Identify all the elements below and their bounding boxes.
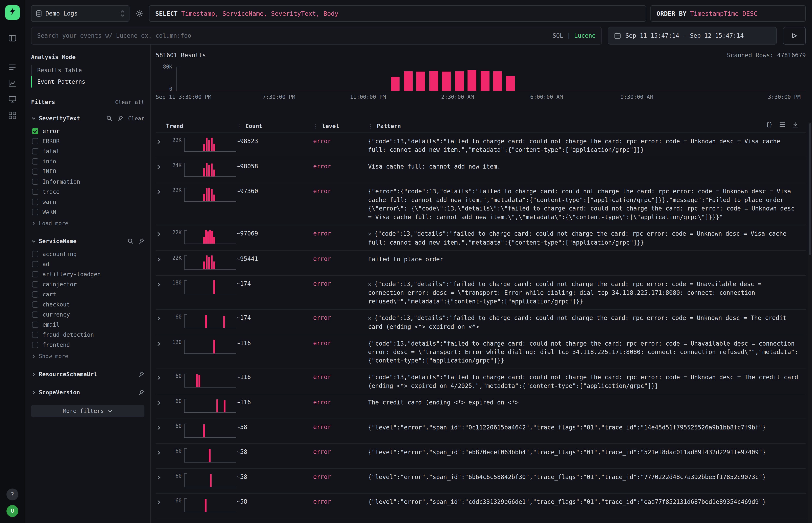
- filter-option-info[interactable]: info: [31, 157, 144, 166]
- column-header-pattern[interactable]: ⋮Pattern: [368, 123, 806, 129]
- filter-clear-link[interactable]: Clear: [128, 115, 144, 122]
- checkbox-unchecked[interactable]: [32, 209, 38, 215]
- pattern-text[interactable]: {"code":13,"details":"failed to charge c…: [368, 339, 806, 365]
- filter-option-checkout[interactable]: checkout: [31, 300, 144, 310]
- checkbox-unchecked[interactable]: [32, 179, 38, 185]
- column-header-count[interactable]: ⋮Count: [236, 123, 313, 129]
- column-resize-handle[interactable]: ⋮: [368, 123, 373, 129]
- time-range-picker[interactable]: Sep 11 15:47:14 - Sep 12 15:47:14: [608, 27, 777, 44]
- row-expand-chevron[interactable]: [156, 315, 166, 322]
- histogram-bar[interactable]: [455, 71, 464, 91]
- exclude-pattern-icon[interactable]: ✕: [368, 231, 371, 237]
- histogram-bar[interactable]: [416, 72, 425, 91]
- filter-option-fraud-detection[interactable]: fraud-detection: [31, 330, 144, 340]
- pattern-text[interactable]: {"level":"error","span_id":"eb870ecef063…: [368, 448, 806, 456]
- histogram-bar[interactable]: [429, 71, 438, 91]
- scrollbar-thumb[interactable]: [809, 123, 812, 255]
- source-select[interactable]: Demo Logs: [31, 5, 129, 22]
- checkbox-unchecked[interactable]: [32, 251, 38, 257]
- help-button[interactable]: ?: [6, 488, 18, 501]
- histogram-bar[interactable]: [506, 76, 515, 91]
- pattern-text[interactable]: {"level":"error","span_id":"0c11220615ba…: [368, 423, 806, 432]
- column-header-trend[interactable]: Trend: [166, 123, 236, 129]
- filter-option-currency[interactable]: currency: [31, 310, 144, 320]
- filter-option-cart[interactable]: cart: [31, 290, 144, 300]
- pattern-text[interactable]: ✕{"code":13,"details":"failed to charge …: [368, 230, 806, 247]
- row-expand-chevron[interactable]: [156, 400, 166, 406]
- histogram-bar[interactable]: [481, 71, 490, 91]
- mode-sql[interactable]: SQL: [553, 32, 563, 39]
- pin-icon[interactable]: [138, 238, 145, 245]
- pattern-text[interactable]: {"error":{"code":13,"details":"failed to…: [368, 187, 806, 221]
- code-braces-icon[interactable]: {}: [766, 121, 773, 128]
- monitor-icon[interactable]: [5, 92, 20, 107]
- pattern-text[interactable]: {"level":"error","span_id":"6b64c6c58842…: [368, 473, 806, 481]
- row-expand-chevron[interactable]: [156, 375, 166, 381]
- filter-group-header-severitytext[interactable]: SeverityTextClear: [31, 113, 144, 123]
- checkbox-unchecked[interactable]: [32, 168, 38, 175]
- checkbox-checked[interactable]: [32, 128, 38, 134]
- checkbox-unchecked[interactable]: [32, 271, 38, 277]
- histogram-bar[interactable]: [493, 71, 502, 91]
- source-settings-gear-icon[interactable]: [134, 10, 145, 17]
- checkbox-unchecked[interactable]: [32, 322, 38, 328]
- row-expand-chevron[interactable]: [156, 139, 166, 145]
- mode-lucene[interactable]: Lucene: [574, 32, 596, 39]
- filter-option-information[interactable]: Information: [31, 177, 144, 187]
- checkbox-unchecked[interactable]: [32, 189, 38, 195]
- pattern-text[interactable]: The credit card (ending <*> expired on <…: [368, 398, 806, 407]
- pattern-text[interactable]: Failed to place order: [368, 255, 806, 264]
- pattern-text[interactable]: {"code":13,"details":"failed to charge c…: [368, 373, 806, 390]
- histogram-bar[interactable]: [391, 77, 400, 91]
- column-resize-handle[interactable]: ⋮: [236, 123, 242, 129]
- filter-option-info[interactable]: INFO: [31, 166, 144, 177]
- analysis-mode-item-results-table[interactable]: Results Table: [31, 65, 144, 76]
- exclude-pattern-icon[interactable]: ✕: [368, 315, 371, 321]
- filter-option-cainjector[interactable]: cainjector: [31, 279, 144, 290]
- pin-icon[interactable]: [138, 389, 145, 396]
- row-expand-chevron[interactable]: [156, 474, 166, 481]
- row-expand-chevron[interactable]: [156, 164, 166, 170]
- row-expand-chevron[interactable]: [156, 450, 166, 456]
- row-expand-chevron[interactable]: [156, 282, 166, 288]
- column-header-level[interactable]: ⋮level: [313, 123, 368, 129]
- checkbox-unchecked[interactable]: [32, 199, 38, 205]
- column-resize-handle[interactable]: ⋮: [313, 123, 318, 129]
- histogram-bar[interactable]: [467, 70, 476, 91]
- checkbox-unchecked[interactable]: [32, 261, 38, 267]
- checkbox-unchecked[interactable]: [32, 291, 38, 297]
- filter-option-warn[interactable]: WARN: [31, 207, 144, 217]
- filter-option-warn[interactable]: warn: [31, 197, 144, 207]
- checkbox-unchecked[interactable]: [32, 158, 38, 164]
- pin-icon[interactable]: [117, 115, 123, 122]
- pattern-text[interactable]: {"level":"error","span_id":"cddc331329e6…: [368, 498, 806, 506]
- table-scrollbar[interactable]: [808, 122, 812, 523]
- checkbox-unchecked[interactable]: [32, 138, 38, 144]
- logs-icon[interactable]: [5, 60, 20, 75]
- checkbox-unchecked[interactable]: [32, 342, 38, 348]
- filter-option-fatal[interactable]: fatal: [31, 146, 144, 157]
- filter-option-accounting[interactable]: accounting: [31, 249, 144, 259]
- row-expand-chevron[interactable]: [156, 425, 166, 431]
- user-avatar[interactable]: U: [6, 505, 18, 517]
- more-filters-button[interactable]: More filters: [31, 405, 144, 417]
- filter-option-email[interactable]: email: [31, 320, 144, 330]
- exclude-pattern-icon[interactable]: ✕: [368, 281, 371, 287]
- order-by-input[interactable]: ORDER BY TimestampTime DESC: [650, 5, 806, 22]
- row-expand-chevron[interactable]: [156, 231, 166, 237]
- row-expand-chevron[interactable]: [156, 256, 166, 263]
- chart-explorer-icon[interactable]: [5, 76, 20, 91]
- filter-group-header-servicename[interactable]: ServiceName: [31, 236, 144, 246]
- pattern-text[interactable]: Visa cache full: cannot add new item.: [368, 162, 806, 171]
- dashboards-icon[interactable]: [5, 108, 20, 123]
- app-logo[interactable]: [5, 5, 20, 20]
- select-columns-input[interactable]: SELECT Timestamp, ServiceName, SeverityT…: [149, 5, 646, 22]
- checkbox-unchecked[interactable]: [32, 148, 38, 155]
- analysis-mode-item-event-patterns[interactable]: Event Patterns: [31, 76, 144, 87]
- filter-option-error[interactable]: ERROR: [31, 136, 144, 146]
- search-input[interactable]: Search your events w/ Lucene ex. column:…: [31, 27, 602, 44]
- pattern-text[interactable]: {"code":13,"details":"failed to charge c…: [368, 137, 806, 154]
- checkbox-unchecked[interactable]: [32, 281, 38, 288]
- filter-option-trace[interactable]: trace: [31, 187, 144, 197]
- run-query-button[interactable]: [783, 27, 806, 44]
